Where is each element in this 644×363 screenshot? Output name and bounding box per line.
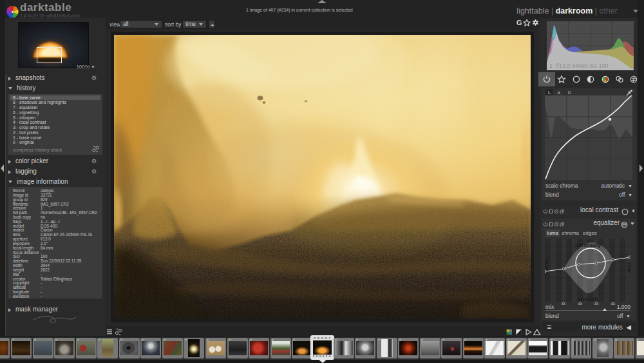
svg-text:smooth: smooth xyxy=(578,296,599,302)
svg-text:contrasty: contrasty xyxy=(575,242,601,248)
svg-text:G: G xyxy=(516,19,522,26)
svg-text:fine: fine xyxy=(627,262,630,273)
svg-text:coarse: coarse xyxy=(545,258,549,277)
